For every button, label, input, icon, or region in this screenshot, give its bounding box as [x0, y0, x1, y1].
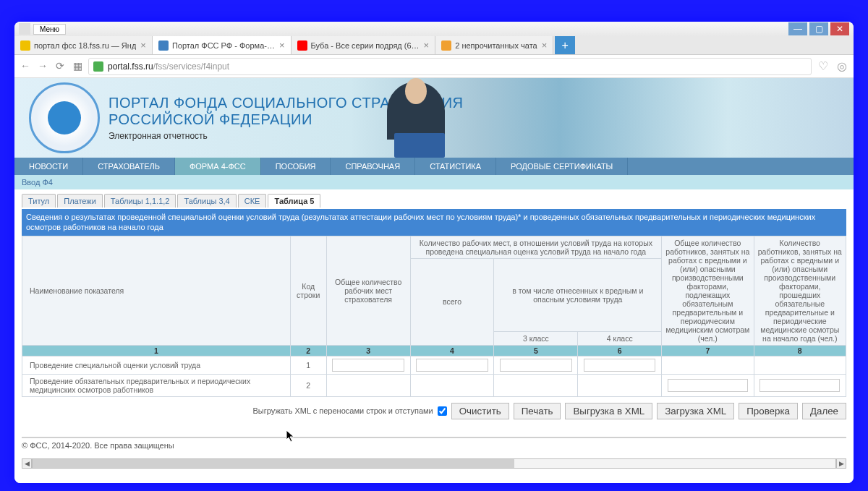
lock-icon [93, 61, 103, 72]
new-tab-button[interactable]: + [555, 36, 575, 54]
bookmark-icon[interactable]: ♡ [816, 59, 830, 74]
footer-copyright: © ФСС, 2014-2020. Все права защищены [22, 437, 846, 453]
address-bar[interactable]: portal.fss.ru/fss/services/f4input [88, 58, 812, 75]
cell-input[interactable] [332, 359, 404, 372]
cell-input[interactable] [416, 359, 488, 372]
nav-statistics[interactable]: СТАТИСТИКА [415, 158, 496, 175]
close-button[interactable]: ✕ [830, 22, 849, 35]
cell-input[interactable] [760, 379, 840, 392]
apps-grid-icon[interactable]: ▦ [71, 60, 84, 73]
sub-nav-bar: Ввод Ф4 [14, 175, 854, 189]
back-button[interactable]: ← [19, 60, 32, 73]
maximize-button[interactable]: ▢ [809, 22, 828, 35]
tab-tables-3-4[interactable]: Таблицы 3,4 [177, 194, 236, 208]
close-icon[interactable]: × [542, 40, 548, 51]
options-icon[interactable]: ◎ [835, 59, 849, 74]
check-button[interactable]: Проверка [739, 403, 798, 419]
nav-benefits[interactable]: ПОСОБИЯ [261, 158, 331, 175]
col-hazard-group: в том числе отнесенных к вредным и опасн… [494, 258, 662, 331]
xml-indent-checkbox[interactable] [438, 406, 447, 416]
tab-payments[interactable]: Платежи [57, 194, 103, 208]
browser-tab[interactable]: Буба - Все серии подряд (6…× [292, 36, 436, 54]
main-nav: НОВОСТИ СТРАХОВАТЕЛЬ ФОРМА 4-ФСС ПОСОБИЯ… [14, 158, 854, 175]
print-button[interactable]: Печать [514, 403, 561, 419]
table-row: Проведение специальной оценки условий тр… [22, 356, 846, 374]
browser-tab[interactable]: портал фсс 18.fss.ru — Янд× [14, 36, 153, 54]
sub-link-f4-input[interactable]: Ввод Ф4 [22, 178, 53, 187]
menu-button[interactable]: Меню [33, 24, 66, 35]
import-xml-button[interactable]: Загрузка XML [657, 403, 734, 419]
close-icon[interactable]: × [140, 40, 146, 51]
col-class-3: 3 класс [494, 331, 578, 345]
nav-form4fss[interactable]: ФОРМА 4-ФСС [175, 158, 261, 175]
forward-button[interactable]: → [36, 60, 49, 73]
cell-input[interactable] [584, 359, 656, 372]
reload-button[interactable]: ⟳ [54, 60, 67, 73]
action-bar: Выгружать XML с переносами строк и отсту… [14, 397, 854, 425]
browser-titlebar: Меню — ▢ ✕ [14, 22, 854, 36]
row-code: 1 [290, 356, 326, 374]
cell-input[interactable] [668, 379, 748, 392]
horizontal-scrollbar[interactable]: ◀ ▶ [22, 458, 846, 469]
col-row-code: Код строки [290, 236, 326, 345]
scroll-right-icon[interactable]: ▶ [836, 458, 846, 469]
form-tabs: Титул Платежи Таблицы 1,1.1,2 Таблицы 3,… [14, 189, 854, 208]
nav-insurer[interactable]: СТРАХОВАТЕЛЬ [83, 158, 175, 175]
export-xml-button[interactable]: Выгрузка в XML [565, 403, 652, 419]
browser-nav-bar: ← → ⟳ ▦ portal.fss.ru/fss/services/f4inp… [14, 55, 854, 78]
xml-indent-label: Выгружать XML с переносами строк и отсту… [253, 406, 433, 415]
firefox-menu-icon[interactable] [19, 23, 30, 35]
tab-table-5[interactable]: Таблица 5 [268, 194, 320, 208]
portal-header: ПОРТАЛ ФОНДА СОЦИАЛЬНОГО СТРАХОВАНИЯ РОС… [14, 78, 854, 158]
close-icon[interactable]: × [279, 40, 285, 51]
scroll-track[interactable] [32, 458, 836, 469]
scroll-left-icon[interactable]: ◀ [22, 458, 32, 469]
close-icon[interactable]: × [424, 40, 430, 51]
tab-ske[interactable]: СКЕ [238, 194, 267, 208]
tab-tables-1-2[interactable]: Таблицы 1,1.1,2 [104, 194, 176, 208]
table-row: Проведение обязательных предварительных … [22, 374, 846, 396]
fss-logo [29, 82, 100, 153]
section-caption: Сведения о результатах проведенной специ… [22, 209, 846, 236]
clear-button[interactable]: Очистить [451, 403, 509, 419]
nav-news[interactable]: НОВОСТИ [14, 158, 83, 175]
browser-tab[interactable]: 2 непрочитанных чата× [435, 36, 553, 54]
row-name: Проведение специальной оценки условий тр… [22, 356, 291, 374]
form-table: Наименование показателя Код строки Общее… [22, 236, 846, 397]
col-workers-passed: Количество работников, занятых на работа… [754, 236, 846, 345]
cell-input[interactable] [500, 359, 572, 372]
browser-tabs: портал фсс 18.fss.ru — Янд× Портал ФСС Р… [14, 36, 854, 55]
header-illustration [354, 78, 477, 158]
col-indicator-name: Наименование показателя [22, 236, 291, 345]
col-assessed-all: всего [410, 258, 494, 345]
tab-title[interactable]: Титул [22, 194, 56, 208]
nav-reference[interactable]: СПРАВОЧНАЯ [331, 158, 415, 175]
minimize-button[interactable]: — [788, 22, 807, 35]
scroll-thumb[interactable] [33, 459, 514, 468]
row-name: Проведение обязательных предварительных … [22, 374, 291, 396]
col-assessed-group: Количество рабочих мест, в отношении усл… [410, 236, 662, 258]
nav-certificates[interactable]: РОДОВЫЕ СЕРТИФИКАТЫ [496, 158, 628, 175]
col-class-4: 4 класс [578, 331, 662, 345]
next-button[interactable]: Далее [802, 403, 846, 419]
browser-tab[interactable]: Портал ФСС РФ - Форма-…× [153, 36, 292, 54]
col-workers-total: Общее количество работников, занятых на … [662, 236, 754, 345]
row-code: 2 [290, 374, 326, 396]
col-total-workplaces: Общее количество рабочих мест страховате… [326, 236, 410, 345]
